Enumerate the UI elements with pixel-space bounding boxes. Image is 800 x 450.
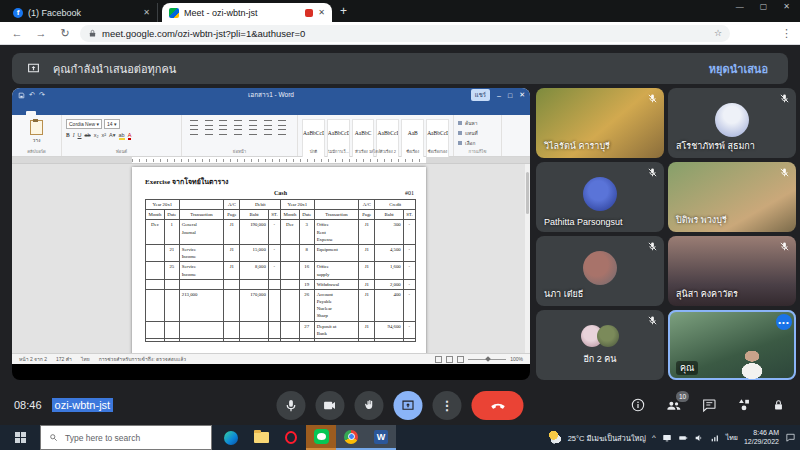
word-document-title: เอกสาร1 - Word	[12, 90, 530, 100]
participant-tile[interactable]: คุณ •••	[668, 310, 796, 380]
browser-menu-icon[interactable]: ⋮	[781, 27, 792, 40]
more-options-button[interactable]: ⋮	[433, 391, 462, 420]
bookmark-star-icon[interactable]: ☆	[714, 28, 722, 38]
end-call-icon	[489, 397, 506, 414]
hand-icon	[362, 398, 376, 412]
word-ruler	[12, 157, 530, 164]
participant-tile[interactable]: นภา เต๋ยธี •••	[536, 236, 664, 306]
tab-meet[interactable]: Meet - ozi-wbtn-jst ✕	[162, 3, 332, 22]
clock-date: 12/29/2022	[744, 438, 779, 446]
participant-tile[interactable]: อีก 2 คน •••	[536, 310, 664, 380]
shared-screen-tile[interactable]: ↶ ↷ เอกสาร1 - Word แชร์ – □ ✕ วาง	[12, 88, 530, 380]
search-icon	[49, 433, 59, 443]
paragraph-buttons	[186, 117, 293, 139]
mic-button[interactable]	[277, 391, 306, 420]
browser-tab-strip: f (1) Facebook ✕ Meet - ozi-wbtn-jst ✕ +…	[0, 0, 800, 22]
font-size-select: 14 ▾	[104, 119, 119, 129]
restore-icon[interactable]: ▢	[760, 2, 768, 11]
word-title-right: แชร์ – □ ✕	[471, 89, 525, 101]
mic-off-icon	[647, 315, 658, 326]
ledger-title-line: Cash #01	[145, 190, 416, 198]
chrome-button[interactable]	[336, 425, 366, 450]
edge-button[interactable]	[216, 425, 246, 450]
participant-name: Pathitta Parsongsut	[544, 217, 623, 227]
close-icon[interactable]: ✕	[318, 8, 325, 17]
stop-presenting-button[interactable]: หยุดนำเสนอ	[709, 60, 768, 78]
meet-control-bar: 08:46 ozi-wbtn-jst ⋮	[0, 385, 800, 425]
more-options-button[interactable]: •••	[776, 314, 792, 330]
group-label: ฟอนต์	[62, 148, 181, 155]
word-window: ↶ ↷ เอกสาร1 - Word แชร์ – □ ✕ วาง	[12, 88, 530, 364]
paste-label: วาง	[16, 136, 57, 144]
raise-hand-button[interactable]	[355, 391, 384, 420]
zoom-level: 100%	[510, 356, 523, 362]
avatar	[583, 251, 617, 285]
word-share-button: แชร์	[471, 89, 490, 101]
weather-text[interactable]: 25°C มีเมฆเป็นส่วนใหญ่	[568, 432, 646, 444]
mic-icon	[284, 398, 299, 413]
taskbar-search[interactable]: Type here to search	[40, 425, 212, 450]
tray-expand-icon[interactable]: ^	[652, 433, 656, 442]
info-icon	[630, 397, 646, 413]
activities-button[interactable]	[736, 397, 752, 413]
close-icon[interactable]: ✕	[143, 8, 150, 17]
participant-name: วิไลรัตน์ คาราบุรี	[544, 139, 610, 153]
participant-tile[interactable]: สโรชาภัทรพ์ สุธมกา •••	[668, 88, 796, 158]
participant-tile[interactable]: สุนิสา คงคาวัตร •••	[668, 236, 796, 306]
action-center-icon[interactable]	[785, 432, 796, 443]
meeting-details-button[interactable]	[630, 397, 646, 413]
lock-icon	[88, 29, 97, 38]
mic-off-icon	[647, 241, 658, 252]
quick-access-toolbar: ↶ ↷	[18, 91, 45, 99]
end-call-button[interactable]	[472, 391, 524, 420]
participant-name: อีก 2 คน	[583, 352, 616, 366]
display-icon[interactable]	[662, 433, 672, 443]
forward-icon[interactable]: →	[34, 27, 48, 39]
word-scrollbar	[525, 164, 530, 353]
close-window-icon[interactable]: ✕	[783, 2, 790, 11]
page-indicator: หน้า 2 จาก 2	[19, 355, 47, 363]
participant-tile[interactable]: Pathitta Parsongsut •••	[536, 162, 664, 232]
undo-icon: ↶	[29, 91, 35, 99]
participant-tile[interactable]: วิไลรัตน์ คาราบุรี •••	[536, 88, 664, 158]
people-button[interactable]: 10	[665, 397, 682, 414]
word-minimize-icon: –	[497, 92, 501, 99]
participant-tile[interactable]: ปิติพร พวงบุรี •••	[668, 162, 796, 232]
volume-icon[interactable]	[694, 433, 704, 443]
meeting-time: 08:46	[14, 399, 42, 411]
chat-button[interactable]	[701, 397, 717, 413]
word-count: 172 คำ	[56, 355, 72, 363]
opera-button[interactable]	[276, 425, 306, 450]
file-explorer-button[interactable]	[246, 425, 276, 450]
reload-icon[interactable]: ↻	[58, 27, 72, 40]
address-bar[interactable]: meet.google.com/ozi-wbtn-jst?pli=1&authu…	[80, 25, 730, 42]
host-controls-button[interactable]	[771, 398, 786, 413]
back-icon[interactable]: ←	[10, 27, 24, 39]
word-button[interactable]: W	[366, 425, 396, 450]
word-close-icon: ✕	[519, 91, 525, 99]
camera-button[interactable]	[316, 391, 345, 420]
present-button[interactable]	[394, 391, 423, 420]
battery-icon[interactable]	[678, 433, 688, 443]
doc-heading: Exercise จากโจทย์ในตาราง	[145, 176, 416, 187]
language-indicator: ไทย	[81, 355, 90, 363]
document-page: Exercise จากโจทย์ในตาราง Cash #01 Year 2…	[132, 167, 426, 353]
present-active-icon	[401, 398, 416, 413]
print-layout-icon	[446, 356, 453, 363]
participant-name: ปิติพร พวงบุรี	[676, 213, 727, 227]
taskbar-clock[interactable]: 8:46 AM 12/29/2022	[744, 429, 779, 446]
tab-facebook[interactable]: f (1) Facebook ✕	[6, 3, 158, 22]
network-icon[interactable]	[710, 433, 720, 443]
font-group: Cordia New ▾ 14 ▾ BIUabx₂x²A▾abA ฟอนต์	[62, 115, 182, 156]
language-indicator[interactable]: ไทย	[726, 432, 738, 443]
table-row: 27 Deposit at BankJ194,600-	[146, 321, 416, 338]
minimize-icon[interactable]: —	[736, 2, 744, 11]
more-icon: ⋮	[441, 398, 454, 413]
new-tab-button[interactable]: +	[340, 4, 347, 18]
paragraph-group: ย่อหน้า	[182, 115, 298, 156]
word-document-area: Exercise จากโจทย์ในตาราง Cash #01 Year 2…	[12, 164, 530, 353]
mic-off-icon	[779, 167, 790, 178]
meeting-code[interactable]: ozi-wbtn-jst	[52, 398, 114, 412]
start-button[interactable]	[0, 425, 40, 450]
line-button[interactable]	[306, 425, 336, 450]
